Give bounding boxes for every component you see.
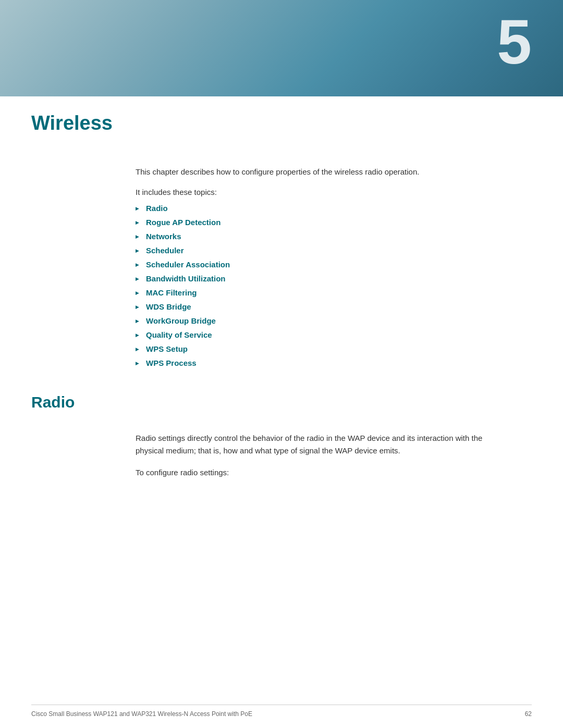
topic-link-wds-bridge[interactable]: WDS Bridge <box>146 302 191 311</box>
list-item: ▸Networks <box>136 232 500 241</box>
list-item: ▸Scheduler <box>136 246 500 255</box>
radio-section-content: Radio settings directly control the beha… <box>136 432 500 479</box>
page-content: Wireless This chapter describes how to c… <box>0 112 563 479</box>
footer-page-number: 62 <box>525 710 532 718</box>
radio-description-1: Radio settings directly control the beha… <box>136 432 500 457</box>
topic-link-radio[interactable]: Radio <box>146 204 168 213</box>
list-item: ▸Radio <box>136 204 500 213</box>
radio-description-2: To configure radio settings: <box>136 466 500 479</box>
list-item: ▸Scheduler Association <box>136 260 500 269</box>
bullet-icon: ▸ <box>136 331 139 339</box>
bullet-icon: ▸ <box>136 247 139 254</box>
list-item: ▸Bandwidth Utilization <box>136 274 500 283</box>
topics-list: ▸Radio▸Rogue AP Detection▸Networks▸Sched… <box>136 204 500 367</box>
topic-link-networks[interactable]: Networks <box>146 232 181 241</box>
chapter-header: 5 <box>0 0 563 96</box>
description-block: This chapter describes how to configure … <box>136 166 500 367</box>
topic-link-workgroup-bridge[interactable]: WorkGroup Bridge <box>146 316 216 325</box>
topic-link-scheduler-association[interactable]: Scheduler Association <box>146 260 230 269</box>
bullet-icon: ▸ <box>136 261 139 268</box>
chapter-number: 5 <box>497 10 532 73</box>
list-item: ▸WorkGroup Bridge <box>136 316 500 325</box>
bullet-icon: ▸ <box>136 289 139 297</box>
page-footer: Cisco Small Business WAP121 and WAP321 W… <box>31 705 532 718</box>
bullet-icon: ▸ <box>136 275 139 282</box>
topic-link-wps-setup[interactable]: WPS Setup <box>146 344 188 353</box>
topics-intro: It includes these topics: <box>136 188 500 196</box>
topic-link-quality-of-service[interactable]: Quality of Service <box>146 330 212 339</box>
topic-link-mac-filtering[interactable]: MAC Filtering <box>146 288 197 297</box>
bullet-icon: ▸ <box>136 219 139 226</box>
chapter-title: Wireless <box>31 112 532 134</box>
list-item: ▸WDS Bridge <box>136 302 500 311</box>
topic-link-wps-process[interactable]: WPS Process <box>146 359 197 367</box>
bullet-icon: ▸ <box>136 205 139 212</box>
list-item: ▸Quality of Service <box>136 330 500 339</box>
footer-left-text: Cisco Small Business WAP121 and WAP321 W… <box>31 710 252 718</box>
topic-link-bandwidth-utilization[interactable]: Bandwidth Utilization <box>146 274 225 283</box>
chapter-description: This chapter describes how to configure … <box>136 166 500 178</box>
bullet-icon: ▸ <box>136 346 139 353</box>
bullet-icon: ▸ <box>136 360 139 367</box>
topic-link-scheduler[interactable]: Scheduler <box>146 246 184 255</box>
bullet-icon: ▸ <box>136 317 139 325</box>
bullet-icon: ▸ <box>136 303 139 311</box>
radio-section-title: Radio <box>31 393 532 411</box>
list-item: ▸Rogue AP Detection <box>136 218 500 227</box>
list-item: ▸MAC Filtering <box>136 288 500 297</box>
topic-link-rogue-ap-detection[interactable]: Rogue AP Detection <box>146 218 221 227</box>
list-item: ▸WPS Setup <box>136 344 500 353</box>
list-item: ▸WPS Process <box>136 359 500 367</box>
bullet-icon: ▸ <box>136 233 139 240</box>
